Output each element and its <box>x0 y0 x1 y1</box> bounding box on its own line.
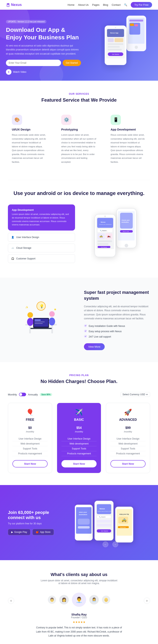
svg-rect-51 <box>35 320 41 321</box>
free-start-button[interactable]: Start Now <box>12 460 48 468</box>
svg-text:unlock track & book a ride: unlock track & book a ride <box>98 511 111 512</box>
svg-rect-42 <box>98 243 108 245</box>
testimonials-section: What's clients say about us Lorem ipsum … <box>0 560 158 644</box>
feature-customer-support[interactable]: 🎧 Customer Support <box>8 254 75 263</box>
pricing-grid: 🎈 FREE $0 /monthly User Interface Design… <box>8 403 150 473</box>
avatar-3: 👩‍💼 <box>89 595 99 604</box>
logo[interactable]: Nexus <box>6 3 22 7</box>
nav-about[interactable]: About Us <box>78 3 88 6</box>
google-play-icon: ▶ <box>11 531 13 534</box>
app-promo-content: Join 63,000+ people connect with us Try … <box>8 510 65 535</box>
basic-plan-name: BASIC <box>61 418 97 422</box>
nav-cta-button[interactable]: Try For Free <box>131 2 152 8</box>
svg-point-57 <box>49 318 55 326</box>
feature-user-interface[interactable]: 👤 User Interface Design <box>8 233 75 242</box>
hero-email-input[interactable] <box>6 60 61 66</box>
svg-text:⭐: ⭐ <box>54 308 56 311</box>
testimonial-card: Shafiq Ray Founder / CEO ★★★★★ Contrary … <box>35 613 123 638</box>
svg-rect-17 <box>108 46 120 48</box>
svg-rect-16 <box>108 43 123 45</box>
svg-rect-70 <box>78 526 90 528</box>
advanced-feature-2: Support Tools <box>110 446 146 451</box>
apple-icon: 🍎 <box>36 531 39 534</box>
project-illustration: 💡 ✨ ⭐ <box>8 300 74 340</box>
advanced-price: $99 <box>110 423 146 430</box>
svg-text:Get Started: Get Started <box>101 246 107 248</box>
avatar-4: 👴 <box>102 596 110 604</box>
android-title: Use your android or ios device to manage… <box>8 190 150 197</box>
svg-text:choose your: choose your <box>122 220 130 221</box>
hero-form: Get Started <box>6 60 81 66</box>
free-feature-2: Support Tools <box>12 446 48 451</box>
price-card-free: 🎈 FREE $0 /monthly User Interface Design… <box>8 403 52 473</box>
free-plan-name: FREE <box>12 418 48 422</box>
free-icon: 🎈 <box>12 408 48 416</box>
app-promo-desc: Try our platform free for 30 days <box>8 522 65 525</box>
pricing-section: PRICING PLAN No Hidden Charges! Choose P… <box>0 362 158 485</box>
google-play-button[interactable]: ▶ Google Play <box>8 529 30 535</box>
basic-price: $54 <box>61 423 97 430</box>
svg-text:destination: destination <box>122 222 129 223</box>
avatar-featured: 👨‍💼 <box>72 592 86 607</box>
svg-text:Get Started: Get Started <box>101 530 108 532</box>
hero-cta-button[interactable]: Get Started <box>63 60 81 66</box>
svg-text:→: → <box>114 543 117 546</box>
svg-rect-79 <box>97 524 111 526</box>
svg-rect-69 <box>78 519 90 524</box>
feature-cloud-storage[interactable]: ☁️ Cloud Storage <box>8 244 75 252</box>
nav-blog[interactable]: Blog <box>103 3 108 6</box>
svg-rect-14 <box>108 38 114 42</box>
svg-text:Book Now: Book Now <box>120 527 126 528</box>
svg-text:destination: destination <box>79 514 87 516</box>
basic-start-button[interactable]: Start Now <box>61 460 97 468</box>
basic-period: /monthly <box>61 430 97 433</box>
nav-contact[interactable]: Contact <box>112 3 121 6</box>
free-period: /monthly <box>12 430 48 433</box>
app-store-button[interactable]: 🍎 App Store <box>32 529 54 535</box>
service-desc-2: Risus commodo sede dolor amet, consectet… <box>111 133 146 164</box>
price-card-advanced: 🚀 ADVANCED $99 /monthly User Interface D… <box>106 403 150 473</box>
hero-watch[interactable]: Watch Video <box>6 69 81 75</box>
search-icon[interactable]: 🔍 <box>124 3 127 6</box>
headset-icon: 🎧 <box>11 257 14 260</box>
testimonials-subtitle: Lorem ipsum dolor sit amet, consectetur … <box>39 579 119 585</box>
nav-pages[interactable]: Pages <box>92 3 100 6</box>
android-right: choose your destination Book a ride Nexu… <box>83 204 150 268</box>
svg-rect-78 <box>97 520 111 522</box>
service-title-2: App Development <box>111 128 146 131</box>
check-item-1: Easy setup process with Nexus <box>84 330 150 333</box>
toggle-switch[interactable] <box>19 393 26 396</box>
basic-feature-2: Support Tools <box>61 446 97 451</box>
svg-text:Nexus: Nexus <box>100 508 105 510</box>
svg-marker-0 <box>8 71 9 73</box>
svg-point-55 <box>27 318 33 326</box>
avatar-1: 👩 <box>59 595 69 604</box>
price-card-basic: ✈️ BASIC $54 /monthly User Interface Des… <box>57 403 101 473</box>
check-item-2: 24/7 Live call support <box>84 335 150 338</box>
svg-text:Nexus App: Nexus App <box>110 32 119 34</box>
view-more-button[interactable]: View More <box>84 343 105 350</box>
svg-text:choose your destination: choose your destination <box>99 224 112 225</box>
svg-rect-41 <box>98 240 112 242</box>
free-feature-1: Web development <box>12 441 48 446</box>
pricing-label: PRICING PLAN <box>8 374 150 377</box>
hero-phone-visual: Nexus App Get Started <box>101 14 152 73</box>
advanced-feature-0: User Interface Design <box>110 436 146 441</box>
pricing-title: No Hidden Charges! Choose Plan. <box>8 379 150 384</box>
service-card-0: 🎨 UI/UX Design Risus commodo sede dolor … <box>8 111 51 168</box>
advanced-start-button[interactable]: Start Now <box>110 460 146 468</box>
avatar-0: 👨 <box>48 596 56 604</box>
currency-selector[interactable]: Select Currency USD <box>120 392 150 397</box>
svg-rect-4 <box>129 20 143 22</box>
nav-home[interactable]: Home <box>68 3 74 6</box>
check-icon-1 <box>84 330 87 333</box>
testimonial-stars: ★★★★★ <box>35 620 123 624</box>
svg-rect-52 <box>35 322 45 322</box>
svg-rect-46 <box>29 326 31 333</box>
svg-text:Get Started: Get Started <box>112 54 119 55</box>
app-promo-title: Join 63,000+ people connect with us <box>8 510 65 520</box>
svg-point-31 <box>104 216 106 217</box>
advanced-icon: 🚀 <box>110 408 146 416</box>
play-icon[interactable] <box>6 69 11 75</box>
hero-section: UPDATE - Version 1.1.1 has just released… <box>0 10 158 81</box>
